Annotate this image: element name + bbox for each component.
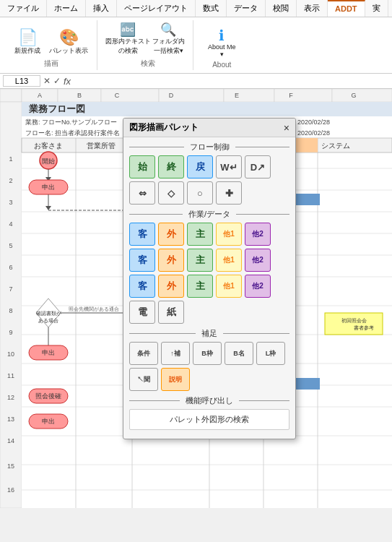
tab-extra[interactable]: 実	[365, 0, 388, 17]
explain-btn[interactable]: 説明	[161, 368, 190, 391]
folder-search-btn[interactable]: 🔍 フォルダ内 一括検索▾	[149, 22, 187, 57]
svg-text:お客さま: お客さま	[34, 142, 63, 150]
decision-btn[interactable]: D↗	[245, 155, 271, 178]
svg-text:A: A	[38, 92, 42, 99]
tab-file[interactable]: ファイル	[0, 0, 47, 17]
work-elec[interactable]: 電	[129, 301, 155, 324]
svg-text:9: 9	[9, 329, 12, 336]
svg-text:6: 6	[9, 264, 12, 271]
work-paper[interactable]: 紙	[158, 301, 184, 324]
ribbon-group-search: 🔤 図形内テキスト の検索 🔍 フォルダ内 一括検索▾ 検索	[103, 20, 193, 70]
svg-text:B: B	[77, 92, 82, 99]
hear-btn[interactable]: ↖聞	[129, 368, 158, 391]
tab-data[interactable]: データ	[227, 0, 266, 17]
fx-label: fx	[64, 76, 71, 87]
confirm-icon[interactable]: ✓	[53, 76, 61, 86]
cell-reference-input[interactable]	[3, 75, 40, 87]
work-other2-1[interactable]: 他2	[245, 223, 271, 246]
search-group-label: 検索	[141, 59, 155, 70]
sup-btn[interactable]: ↑補	[161, 342, 190, 365]
l-frame-btn[interactable]: L枠	[256, 342, 285, 365]
ribbon-tab-bar: ファイル ホーム 挿入 ページレイアウト 数式 データ 校閲 表示 ADDT 実	[0, 0, 392, 17]
svg-text:書者参考: 書者参考	[354, 325, 374, 331]
end-btn[interactable]: 終	[158, 155, 184, 178]
svg-text:8: 8	[9, 307, 12, 314]
svg-rect-6	[224, 89, 274, 102]
work-main-2[interactable]: 主	[187, 249, 213, 272]
cancel-icon[interactable]: ✕	[43, 76, 51, 86]
cross-btn[interactable]: ✚	[216, 181, 242, 205]
work-other1-1[interactable]: 他1	[216, 223, 242, 246]
svg-text:11: 11	[7, 372, 14, 379]
svg-text:12: 12	[7, 394, 14, 401]
svg-text:申出: 申出	[42, 418, 55, 425]
draw-group-items: 📄 新規作成 🎨 パレット表示	[12, 22, 91, 57]
palette-show-btn[interactable]: 🎨 パレット表示	[46, 28, 91, 57]
svg-text:16: 16	[7, 486, 14, 494]
tab-page-layout[interactable]: ページレイアウト	[117, 0, 196, 17]
folder-search-label: フォルダ内 一括検索▾	[152, 37, 185, 56]
about-group-items: ℹ About Me▾	[205, 22, 239, 59]
arrow-both-btn[interactable]: ⇔	[129, 181, 155, 205]
work-other1-3[interactable]: 他1	[216, 275, 242, 298]
about-me-btn[interactable]: ℹ About Me▾	[205, 27, 239, 59]
work-other2-2[interactable]: 他2	[245, 249, 271, 272]
work-cust-1[interactable]: 客	[129, 223, 155, 246]
diamond-btn[interactable]: ◇	[158, 181, 184, 205]
palette-search-btn[interactable]: パレット外図形の検索	[129, 409, 289, 430]
svg-text:C: C	[115, 92, 120, 99]
new-create-btn[interactable]: 📄 新規作成	[12, 28, 43, 57]
work-out-3[interactable]: 外	[158, 275, 184, 298]
work-cust-2[interactable]: 客	[129, 249, 155, 272]
function-call-section: 機能呼び出し パレット外図形の検索	[129, 395, 289, 430]
supplement-row2: ↖聞 説明	[129, 368, 289, 391]
shape-palette: 図形描画パレット × フロー制御 始 終 戻 W↵ D↗ ⇔ ◇ ○ ✚	[123, 118, 296, 439]
palette-title-bar: 図形描画パレット ×	[123, 119, 295, 137]
formula-input[interactable]	[74, 76, 389, 86]
tab-view[interactable]: 表示	[297, 0, 328, 17]
svg-text:F: F	[289, 92, 293, 99]
tab-formula[interactable]: 数式	[196, 0, 227, 17]
wait-btn[interactable]: W↵	[216, 155, 242, 178]
svg-text:15: 15	[7, 463, 14, 470]
about-me-label: About Me▾	[208, 43, 236, 58]
ribbon-group-about: ℹ About Me▾ About	[199, 20, 245, 70]
svg-text:13: 13	[7, 416, 14, 423]
tab-home[interactable]: ホーム	[47, 0, 86, 17]
svg-text:業務: フローNo.サンプルフロー: 業務: フローNo.サンプルフロー	[25, 119, 117, 126]
svg-text:ある場合: ある場合	[38, 318, 58, 324]
work-main-1[interactable]: 主	[187, 223, 213, 246]
shape-text-label: 図形内テキスト の検索	[105, 37, 151, 56]
work-out-2[interactable]: 外	[158, 249, 184, 272]
work-main-3[interactable]: 主	[187, 275, 213, 298]
palette-close-btn[interactable]: ×	[284, 122, 289, 134]
svg-text:フロー名: 担当者承認発行案件名: フロー名: 担当者承認発行案件名	[25, 129, 120, 137]
tab-review[interactable]: 校閲	[266, 0, 297, 17]
tab-addt[interactable]: ADDT	[328, 0, 365, 17]
circle-btn[interactable]: ○	[187, 181, 213, 205]
svg-text:開始: 開始	[42, 158, 55, 165]
svg-text:10: 10	[7, 350, 14, 358]
tab-insert[interactable]: 挿入	[86, 0, 117, 17]
supplement-row1: 条件 ↑補 B枠 B名 L枠	[129, 342, 289, 365]
flow-control-section: フロー制御 始 終 戻 W↵ D↗ ⇔ ◇ ○ ✚	[129, 142, 289, 205]
shape-text-search-btn[interactable]: 🔤 図形内テキスト の検索	[109, 22, 147, 57]
ribbon: ファイル ホーム 挿入 ページレイアウト 数式 データ 校閲 表示 ADDT 実…	[0, 0, 392, 74]
work-row1: 客 外 主 他1 他2	[129, 223, 289, 246]
work-other2-3[interactable]: 他2	[245, 275, 271, 298]
folder-search-icon: 🔍	[160, 23, 176, 36]
work-other1-2[interactable]: 他1	[216, 249, 242, 272]
flow-control-row2: ⇔ ◇ ○ ✚	[129, 181, 289, 205]
svg-text:初回照会会: 初回照会会	[341, 318, 367, 324]
work-cust-3[interactable]: 客	[129, 275, 155, 298]
search-group-items: 🔤 図形内テキスト の検索 🔍 フォルダ内 一括検索▾	[109, 22, 187, 57]
svg-text:業務フロー図: 業務フロー図	[29, 103, 85, 114]
b-name-btn[interactable]: B名	[225, 342, 253, 365]
svg-text:D: D	[169, 92, 174, 99]
b-frame-btn[interactable]: B枠	[193, 342, 222, 365]
work-out-1[interactable]: 外	[158, 223, 184, 246]
cond-btn[interactable]: 条件	[129, 342, 158, 365]
back-btn[interactable]: 戻	[187, 155, 213, 178]
svg-text:E: E	[235, 92, 239, 99]
start-btn[interactable]: 始	[129, 155, 155, 178]
